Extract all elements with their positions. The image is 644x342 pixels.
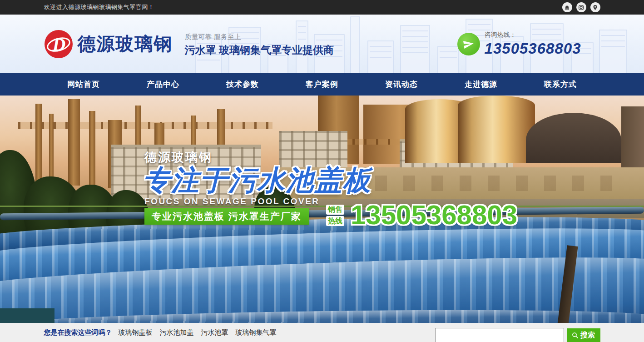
welcome-text: 欢迎进入德源玻璃钢玻璃钢集气罩官网！ [44, 3, 154, 11]
header-slogan: 质量可靠 服务至上 污水罩 玻璃钢集气罩专业提供商 [185, 31, 334, 57]
header-hotline: 咨询热线： 13505368803 [457, 31, 581, 57]
logo[interactable]: D 德源玻璃钢 [44, 30, 173, 59]
dark-structure [0, 308, 54, 323]
hero-sales-phone: 13505368803 [351, 199, 517, 231]
magnifier-icon [572, 332, 579, 339]
search-input[interactable] [435, 328, 564, 342]
refinery-tower [35, 104, 42, 186]
search-box: 搜索 [435, 323, 600, 342]
keyword-link-4[interactable]: 玻璃钢集气罩 [236, 328, 277, 337]
nav-item-news[interactable]: 资讯动态 [362, 73, 441, 96]
storage-tank [458, 96, 535, 163]
page: 欢迎进入德源玻璃钢玻璃钢集气罩官网！ [0, 0, 644, 342]
nav-item-cases[interactable]: 客户案例 [282, 73, 362, 96]
keyword-link-2[interactable]: 污水池加盖 [160, 328, 194, 337]
dark-dome-tank [526, 113, 621, 163]
site-header: D 德源玻璃钢 质量可靠 服务至上 污水罩 玻璃钢集气罩专业提供商 咨询热线： … [0, 15, 644, 73]
company-name: 德源玻璃钢 [78, 31, 173, 56]
hero-green-banner: 专业污水池盖板 污水罩生产厂家 [144, 208, 309, 225]
refinery-truss [18, 122, 272, 129]
hotline-label: 咨询热线： [485, 31, 581, 39]
far-right-building [621, 106, 644, 170]
location-icon[interactable] [590, 2, 600, 12]
topbar: 欢迎进入德源玻璃钢玻璃钢集气罩官网！ [0, 0, 644, 15]
search-button[interactable]: 搜索 [567, 328, 600, 342]
keyword-link-3[interactable]: 污水池罩 [201, 328, 228, 337]
search-strip: 您是在搜索这些词吗？ 玻璃钢盖板 污水池加盖 污水池罩 玻璃钢集气罩 搜索 [0, 323, 644, 342]
topbar-social-icons [562, 2, 600, 12]
search-prompt: 您是在搜索这些词吗？ [44, 328, 112, 337]
hotline-number: 13505368803 [485, 40, 581, 57]
hero-banner: 德源玻璃钢 专注于污水池盖板 FOUCS ON SEWAGE POOL COVE… [0, 96, 644, 323]
keyword-link-1[interactable]: 玻璃钢盖板 [119, 328, 153, 337]
hot-keywords: 玻璃钢盖板 污水池加盖 污水池罩 玻璃钢集气罩 [119, 328, 277, 337]
logo-mark-icon: D [44, 30, 73, 59]
hero-subheadline-en: FOUCS ON SEWAGE POOL COVER [144, 196, 320, 206]
main-nav: 网站首页 产品中心 技术参数 客户案例 资讯动态 走进德源 联系方式 [0, 73, 644, 96]
refinery-tower [89, 111, 95, 188]
slogan-main: 污水罩 玻璃钢集气罩专业提供商 [185, 43, 334, 57]
paper-plane-icon [457, 33, 480, 55]
green-railing [0, 206, 644, 207]
search-button-label: 搜索 [580, 331, 595, 340]
nav-item-specs[interactable]: 技术参数 [203, 73, 282, 96]
camera-icon[interactable] [576, 2, 586, 12]
home-icon[interactable] [562, 2, 572, 12]
refinery-tower [49, 114, 54, 186]
sales-hotline-badge: 销售 热线 [326, 205, 344, 226]
hero-headline: 专注于污水池盖板 [143, 162, 372, 199]
nav-item-about[interactable]: 走进德源 [441, 73, 521, 96]
sales-label-line1: 销售 [326, 205, 344, 215]
sales-label-line2: 热线 [326, 216, 344, 226]
nav-item-products[interactable]: 产品中心 [124, 73, 203, 96]
refinery-tower [68, 99, 80, 186]
nav-item-contact[interactable]: 联系方式 [521, 73, 600, 96]
slogan-small: 质量可靠 服务至上 [185, 33, 334, 41]
nav-item-home[interactable]: 网站首页 [44, 73, 124, 96]
